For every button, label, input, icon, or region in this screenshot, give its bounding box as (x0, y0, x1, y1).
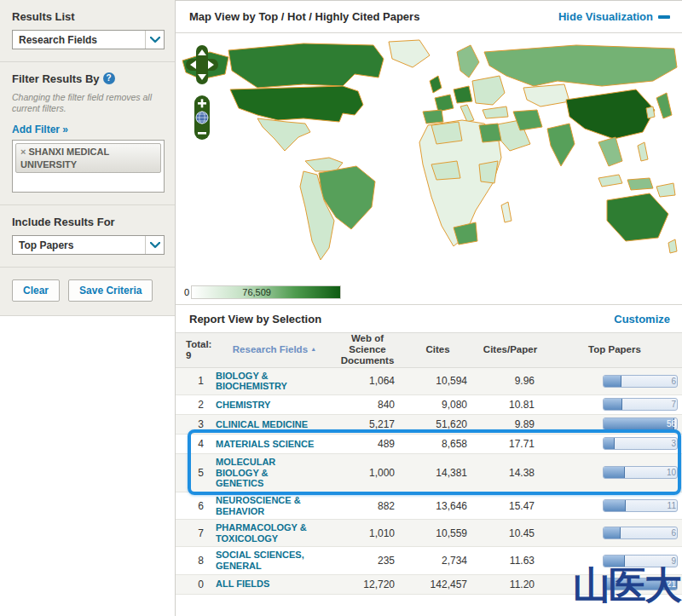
results-list-heading: Results List (12, 10, 165, 23)
cites-per-paper-value: 17.71 (474, 438, 546, 450)
top-papers-value: 7 (671, 399, 676, 410)
research-field-link[interactable]: CLINICAL MEDICINE (216, 417, 318, 433)
cites-per-paper-value: 10.45 (474, 527, 546, 539)
research-field-link[interactable]: PHARMACOLOGY & TOXICOLOGY (216, 520, 318, 546)
table-row: 4 MATERIALS SCIENCE 489 8,658 17.71 3 (176, 435, 682, 454)
cites-per-paper-value: 9.96 (474, 375, 546, 387)
table-row: 7 PHARMACOLOGY & TOXICOLOGY 1,010 10,559… (176, 520, 682, 547)
results-list-selected-value: Research Fields (19, 34, 97, 46)
research-field-link[interactable]: CHEMISTRY (216, 397, 318, 413)
top-papers-bar: 9 (603, 555, 678, 567)
legend-min-label: 0 (184, 287, 189, 297)
research-field-link[interactable]: BIOLOGY & BIOCHEMISTRY (216, 368, 318, 394)
filter-note: Changing the filter field removes all cu… (12, 92, 165, 114)
chevron-down-icon (145, 236, 164, 254)
top-papers-value: 121 (662, 579, 676, 590)
research-field-link[interactable]: SOCIAL SCIENCES, GENERAL (216, 547, 318, 573)
row-rank: 2 (176, 399, 216, 411)
research-field-link[interactable]: MATERIALS SCIENCE (216, 436, 318, 452)
cites-value: 9,080 (402, 399, 474, 411)
sidebar: Results List Research Fields Filter Resu… (0, 0, 175, 316)
include-results-selected-value: Top Papers (19, 239, 73, 251)
chevron-down-icon (145, 31, 164, 49)
wos-documents-value: 235 (333, 555, 402, 567)
cites-value: 14,381 (402, 467, 474, 479)
cites-per-paper-value: 14.38 (474, 467, 546, 479)
column-header-cites[interactable]: Cites (402, 344, 474, 355)
top-papers-bar: 56 (603, 417, 678, 430)
research-field-link[interactable]: MOLECULAR BIOLOGY & GENETICS (216, 454, 318, 492)
highlighted-rows-group: 4 MATERIALS SCIENCE 489 8,658 17.71 3 5 … (176, 435, 682, 492)
add-filter-link[interactable]: Add Filter » (12, 124, 68, 135)
research-field-link[interactable]: NEUROSCIENCE & BEHAVIOR (216, 492, 318, 519)
table-header-row: Total: 9 Research Fields ▲ Web of Scienc… (176, 332, 682, 368)
cites-per-paper-value: 15.47 (474, 500, 546, 512)
row-rank: 6 (176, 500, 216, 512)
table-row: 6 NEUROSCIENCE & BEHAVIOR 882 13,646 15.… (176, 492, 682, 520)
report-view-title: Report View by Selection (189, 313, 321, 325)
filter-chip[interactable]: ×SHANXI MEDICAL UNIVERSITY (15, 143, 161, 173)
sidebar-buttons: Clear Save Criteria (0, 268, 175, 315)
column-header-wos-documents[interactable]: Web of Science Documents (333, 333, 402, 367)
cites-value: 2,734 (402, 555, 474, 567)
cites-per-paper-value: 9.89 (474, 418, 546, 430)
total-label: Total: (186, 339, 216, 350)
sort-asc-icon: ▲ (310, 346, 316, 352)
map-pan-control[interactable] (186, 45, 218, 86)
top-papers-bar: 10 (603, 466, 678, 479)
zoom-out-icon (198, 132, 206, 135)
row-rank: 5 (176, 467, 216, 479)
cites-value: 142,457 (402, 579, 474, 590)
results-list-select[interactable]: Research Fields (12, 30, 165, 49)
row-rank: 1 (176, 375, 216, 387)
globe-icon (196, 112, 208, 124)
top-papers-value: 6 (671, 527, 676, 538)
research-field-link[interactable]: ALL FIELDS (216, 576, 318, 592)
map-zoom-control[interactable] (194, 95, 211, 141)
clear-button[interactable]: Clear (12, 279, 60, 302)
column-header-research-fields[interactable]: Research Fields ▲ (216, 344, 333, 355)
map-view-title: Map View by Top / Hot / Highly Cited Pap… (189, 10, 419, 23)
wos-documents-value: 1,010 (333, 527, 402, 539)
top-papers-bar-fill (604, 556, 625, 567)
cites-per-paper-value: 10.81 (474, 399, 546, 411)
top-papers-bar-fill (604, 438, 615, 449)
top-papers-bar: 11 (603, 499, 678, 512)
map-area: 0 76,509 (176, 33, 682, 304)
results-list-section: Results List Research Fields (0, 0, 175, 62)
row-rank: 3 (176, 418, 216, 430)
cites-value: 51,620 (402, 418, 474, 430)
column-header-top-papers[interactable]: Top Papers (546, 344, 682, 355)
collapse-minus-icon[interactable] (658, 15, 670, 19)
wos-documents-value: 840 (333, 399, 402, 411)
cites-value: 8,658 (402, 438, 474, 450)
table-row: 3 CLINICAL MEDICINE 5,217 51,620 9.89 56 (176, 415, 682, 435)
cites-per-paper-value: 11.20 (474, 579, 546, 590)
top-papers-bar-fill (604, 527, 621, 538)
table-row: 5 MOLECULAR BIOLOGY & GENETICS 1,000 14,… (176, 454, 682, 492)
include-results-section: Include Results For Top Papers (0, 205, 175, 268)
include-results-heading: Include Results For (12, 216, 165, 228)
total-value: 9 (186, 350, 216, 361)
hide-visualization-link[interactable]: Hide Visualization (558, 10, 653, 23)
help-icon[interactable]: ? (103, 72, 115, 84)
top-papers-bar-fill (604, 500, 626, 511)
customize-link[interactable]: Customize (614, 313, 670, 325)
world-map[interactable] (176, 37, 682, 284)
top-papers-bar-fill (604, 376, 621, 387)
row-rank: 0 (176, 579, 216, 590)
top-papers-value: 10 (667, 467, 676, 478)
table-row: 0 ALL FIELDS 12,720 142,457 11.20 121 (176, 575, 682, 595)
column-header-cites-per-paper[interactable]: Cites/Paper (474, 344, 546, 355)
top-papers-value: 56 (667, 418, 676, 429)
top-papers-value: 3 (671, 438, 676, 449)
remove-filter-icon[interactable]: × (20, 147, 26, 157)
cites-value: 13,646 (402, 500, 474, 512)
filter-results-heading: Filter Results By (12, 72, 100, 85)
wos-documents-value: 489 (333, 438, 402, 450)
include-results-select[interactable]: Top Papers (12, 235, 165, 255)
save-criteria-button[interactable]: Save Criteria (68, 279, 153, 302)
choropleth-legend: 0 76,509 (184, 285, 341, 299)
table-row: 8 SOCIAL SCIENCES, GENERAL 235 2,734 11.… (176, 547, 682, 574)
wos-documents-value: 5,217 (333, 418, 402, 430)
